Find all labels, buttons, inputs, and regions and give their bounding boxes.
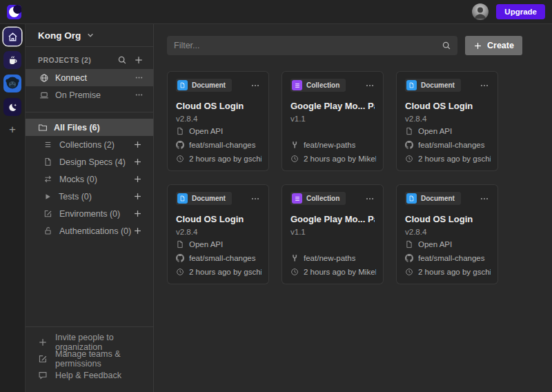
project-menu-icon[interactable] <box>135 73 144 82</box>
sidebar-item-collections[interactable]: Collections (2) <box>26 136 153 153</box>
card-branch: feat/new-paths <box>304 141 355 149</box>
card-menu-button[interactable] <box>365 81 375 90</box>
projects-header: PROJECTS (2) <box>26 47 153 69</box>
card-format: Open API <box>418 127 452 135</box>
sidebar-item-tests[interactable]: Tests (0) <box>26 188 153 205</box>
add-mock-icon[interactable] <box>133 175 142 184</box>
add-organization-button[interactable]: + <box>9 124 16 135</box>
card-version: v1.1 <box>290 115 375 123</box>
file-item-label: Collections (2) <box>59 140 133 150</box>
card-format: Open API <box>189 127 223 135</box>
clock-icon <box>176 268 184 276</box>
file-item-label: Authentications (0) <box>59 226 133 236</box>
card-modified: 2 hours ago by gschier <box>189 155 262 163</box>
main-content: Create Document Cloud OS Login v2.8.4 <box>154 24 552 392</box>
file-card-collection[interactable]: Collection Google Play Mo... Partner v1.… <box>282 184 384 284</box>
org-switcher[interactable]: Kong Org <box>26 24 153 47</box>
divider <box>26 112 153 112</box>
card-title: Cloud OS Login <box>176 214 260 224</box>
sidebar-item-konnect[interactable]: Konnect <box>26 69 153 86</box>
document-icon <box>177 193 188 204</box>
card-menu-button[interactable] <box>480 81 489 90</box>
sidebar-item-design-specs[interactable]: Design Specs (4) <box>26 153 153 170</box>
project-label: Konnect <box>55 73 135 83</box>
card-branch: feat/small-changes <box>189 141 256 149</box>
add-project-icon[interactable] <box>134 55 144 65</box>
add-design-spec-icon[interactable] <box>133 157 142 166</box>
clock-icon <box>405 268 413 276</box>
card-menu-button[interactable] <box>250 194 260 204</box>
sidebar-item-environments[interactable]: Enviroments (0) <box>26 205 153 222</box>
search-projects-icon[interactable] <box>117 55 127 65</box>
chevron-down-icon <box>86 30 95 40</box>
add-test-icon[interactable] <box>133 192 142 201</box>
clock-icon <box>405 155 413 163</box>
sidebar-item-on-premise[interactable]: On Premise <box>26 86 153 104</box>
card-format: Open API <box>418 240 452 248</box>
badge-label: Document <box>417 195 460 202</box>
card-branch: feat/new-paths <box>304 254 355 262</box>
add-authentication-icon[interactable] <box>133 226 142 235</box>
sidebar: Kong Org PROJECTS (2) Konnect On Premise <box>26 24 154 392</box>
create-button-label: Create <box>487 41 514 50</box>
org-gorilla-avatar[interactable] <box>3 75 21 92</box>
plus-icon <box>473 41 482 50</box>
card-modified: 2 hours ago by gschier <box>418 155 491 163</box>
add-environment-icon[interactable] <box>133 209 142 218</box>
card-menu-button[interactable] <box>480 194 489 204</box>
insomnia-logo-icon[interactable] <box>7 5 21 19</box>
github-icon <box>176 141 184 149</box>
org-home-icon[interactable] <box>3 28 21 46</box>
filter-input[interactable] <box>167 36 457 55</box>
plus-icon <box>38 337 48 347</box>
file-icon <box>176 127 184 135</box>
footer-link-label: Manage teams & permissions <box>55 349 145 369</box>
card-version: v1.1 <box>290 228 375 236</box>
card-title: Cloud OS Login <box>405 101 489 111</box>
projects-header-label: PROJECTS (2) <box>38 56 110 64</box>
file-type-badge: Document <box>176 79 232 92</box>
upgrade-button[interactable]: Upgrade <box>496 4 545 19</box>
file-item-label: Design Specs (4) <box>59 157 133 167</box>
card-branch: feat/small-changes <box>418 141 485 149</box>
file-type-badge: Collection <box>290 192 346 205</box>
sidebar-item-authentications[interactable]: Authentications (0) <box>26 222 153 239</box>
file-item-label: Enviroments (0) <box>59 209 133 219</box>
file-card-document[interactable]: Document Cloud OS Login v2.8.4 Open API … <box>167 71 269 171</box>
github-icon <box>405 141 413 149</box>
user-avatar[interactable] <box>472 3 489 20</box>
org-name: Kong Org <box>38 30 81 41</box>
create-button[interactable]: Create <box>465 36 522 55</box>
file-type-badge: Document <box>405 192 461 205</box>
sidebar-item-all-files[interactable]: All Files (6) <box>26 119 153 136</box>
card-title: Cloud OS Login <box>176 101 260 111</box>
project-menu-icon[interactable] <box>135 90 144 99</box>
document-icon <box>177 80 188 90</box>
manage-teams-link[interactable]: Manage teams & permissions <box>26 351 153 367</box>
file-card-collection[interactable]: Collection Google Play Mo... Partner v1.… <box>282 71 384 171</box>
file-card-document[interactable]: Document Cloud OS Login v2.8.4 Open API … <box>167 184 269 284</box>
file-card-document[interactable]: Document Cloud OS Login v2.8.4 Open API … <box>396 184 498 284</box>
org-moon-stars-icon[interactable] <box>3 98 21 116</box>
file-card-document[interactable]: Document Cloud OS Login v2.8.4 Open API … <box>396 71 498 171</box>
add-collection-icon[interactable] <box>133 140 142 149</box>
card-version: v2.8.4 <box>176 115 260 123</box>
card-menu-button[interactable] <box>365 194 375 204</box>
invite-people-link[interactable]: Invite people to organization <box>26 334 153 351</box>
file-icon <box>43 157 52 166</box>
file-type-badge: Document <box>405 79 461 92</box>
card-version: v2.8.4 <box>405 228 489 236</box>
badge-label: Document <box>188 195 230 202</box>
sidebar-item-mocks[interactable]: Mocks (0) <box>26 170 153 188</box>
card-menu-button[interactable] <box>250 81 260 90</box>
card-format: Open API <box>189 240 223 248</box>
file-item-label: Tests (0) <box>59 192 133 202</box>
org-coffee-cup-icon[interactable] <box>3 51 21 69</box>
app-window: Upgrade + Kong Org PR <box>0 0 552 392</box>
card-branch: feat/small-changes <box>418 254 485 262</box>
git-fork-icon <box>290 254 299 262</box>
help-feedback-link[interactable]: Help & Feedback <box>26 367 153 384</box>
unlock-icon <box>43 226 52 235</box>
file-icon <box>405 127 413 135</box>
pencil-square-icon <box>38 354 48 364</box>
